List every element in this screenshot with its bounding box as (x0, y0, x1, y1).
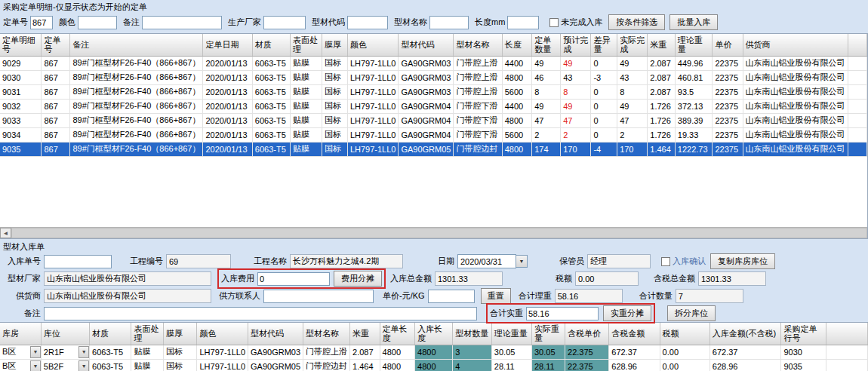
table-cell[interactable]: 49 (561, 99, 591, 113)
table-cell[interactable]: 0.00 (660, 345, 709, 359)
table-cell[interactable]: GA90GRM04 (399, 99, 454, 113)
column-header[interactable]: 供货商 (743, 34, 848, 56)
column-header[interactable]: 定单长度 (380, 323, 415, 345)
color-input[interactable] (78, 16, 117, 29)
column-header[interactable]: 膜厚 (322, 34, 347, 56)
column-header[interactable]: 定单号 (42, 34, 70, 56)
table-cell[interactable]: -4 (591, 142, 617, 156)
table-cell[interactable]: 2.087 (648, 70, 675, 84)
table-cell[interactable]: 867 (42, 127, 70, 142)
table-cell[interactable]: 47 (532, 113, 561, 127)
table-cell[interactable]: LH797-1LL0 (347, 99, 399, 113)
manufacturer-input[interactable] (263, 16, 306, 29)
table-cell[interactable]: 9030 (0, 70, 42, 84)
table-cell[interactable]: 4 (453, 359, 492, 371)
order-no-input[interactable] (30, 16, 53, 29)
table-cell[interactable]: 4800 (415, 345, 453, 359)
table-cell[interactable]: 6063-T5 (252, 70, 290, 84)
table-cell[interactable]: 43 (561, 70, 591, 84)
table-cell[interactable]: 门带腔下滑 (454, 99, 502, 113)
column-header[interactable]: 型材代码 (399, 34, 454, 56)
column-header[interactable]: 颜色 (197, 323, 248, 345)
table-cell[interactable]: 2.087 (648, 56, 675, 70)
column-header[interactable]: 颜色 (347, 34, 399, 56)
table-cell[interactable]: 贴膜 (291, 70, 322, 84)
table-cell[interactable]: 国标 (164, 345, 197, 359)
column-header[interactable]: 材质 (252, 34, 290, 56)
table-cell[interactable]: 6063-T5 (90, 359, 131, 371)
table-cell[interactable]: 2020/01/13 (203, 84, 252, 99)
table-cell[interactable]: 30.05 (491, 345, 531, 359)
table-cell[interactable]: 2020/01/13 (203, 99, 252, 113)
table-cell[interactable]: 460.81 (675, 70, 713, 84)
table-cell[interactable] (826, 359, 867, 371)
table-cell[interactable]: 22375 (713, 113, 743, 127)
table-cell[interactable]: 贴膜 (291, 56, 322, 70)
column-header[interactable]: 定单明细号 (0, 34, 42, 56)
table-cell[interactable]: 1.726 (648, 127, 675, 142)
table-cell[interactable]: 22375 (713, 142, 743, 156)
table-cell[interactable]: 6063-T5 (252, 142, 290, 156)
table-cell[interactable]: LH797-1LL0 (197, 345, 248, 359)
table-cell[interactable]: 49 (532, 99, 561, 113)
table-cell[interactable]: 2R1F▼ (41, 345, 89, 359)
table-cell[interactable]: B区▼ (0, 359, 41, 371)
column-header[interactable]: 长度 (502, 34, 532, 56)
table-cell[interactable]: 9035 (781, 359, 826, 371)
column-header[interactable]: 库位 (41, 323, 89, 345)
table-cell[interactable]: 0.00 (660, 359, 709, 371)
table-cell[interactable]: 山东南山铝业股份有限公司 (743, 99, 848, 113)
table-cell[interactable]: 1.464 (648, 142, 675, 156)
column-header[interactable]: 含税金额 (609, 323, 660, 345)
profile-code-input[interactable] (347, 16, 388, 29)
table-cell[interactable]: 9034 (0, 127, 42, 142)
table-cell[interactable]: GA90GRM04 (399, 113, 454, 127)
table-cell[interactable] (848, 99, 867, 113)
column-header[interactable]: 型材名称 (303, 323, 350, 345)
table-cell[interactable]: LH797-1LL0 (347, 142, 399, 156)
table-cell[interactable]: 4800 (502, 142, 532, 156)
table-cell[interactable]: 867 (42, 70, 70, 84)
note-input[interactable] (44, 307, 477, 320)
contact-input[interactable] (263, 290, 374, 303)
table-row[interactable]: 903486789#门框型材F26-F40（866+867）2020/01/13… (0, 127, 867, 142)
table-cell[interactable]: 6063-T5 (252, 99, 290, 113)
table-cell[interactable]: 国标 (164, 359, 197, 371)
table-cell[interactable]: 19.33 (675, 127, 713, 142)
table-cell[interactable]: LH797-1LL0 (347, 113, 399, 127)
table-cell[interactable]: 9030 (781, 345, 826, 359)
table-cell[interactable]: 2020/01/13 (203, 56, 252, 70)
table-cell[interactable]: 5600 (502, 84, 532, 99)
table-cell[interactable]: 30.05 (531, 345, 565, 359)
table-cell[interactable]: 28.11 (531, 359, 565, 371)
table-cell[interactable] (848, 70, 867, 84)
table-cell[interactable]: 国标 (322, 84, 347, 99)
table-cell[interactable]: 门带腔上滑 (303, 345, 350, 359)
table-cell[interactable]: 2020/01/13 (203, 113, 252, 127)
table-cell[interactable]: 4400 (502, 56, 532, 70)
table-cell[interactable] (848, 127, 867, 142)
table-cell[interactable]: 4800 (415, 359, 453, 371)
table-cell[interactable]: 2 (617, 127, 648, 142)
table-cell[interactable]: 4800 (502, 113, 532, 127)
column-header[interactable]: 表面处理 (291, 34, 322, 56)
split-location-button[interactable]: 拆分库位 (667, 305, 716, 321)
horizontal-scrollbar[interactable]: ◄ (0, 227, 867, 238)
table-cell[interactable]: 1222.73 (675, 142, 713, 156)
table-cell[interactable]: 门带腔下滑 (454, 127, 502, 142)
chevron-down-icon[interactable]: ▼ (78, 346, 89, 358)
table-row[interactable]: 903386789#门框型材F26-F40（866+867）2020/01/13… (0, 113, 867, 127)
table-cell[interactable]: 4800 (502, 70, 532, 84)
column-header[interactable]: 型材数量 (453, 323, 492, 345)
table-cell[interactable]: 门带腔边封 (454, 142, 502, 156)
column-header[interactable]: 型材代码 (248, 323, 303, 345)
table-cell[interactable]: 372.13 (675, 99, 713, 113)
table-cell[interactable] (826, 345, 867, 359)
table-cell[interactable]: 1.726 (648, 113, 675, 127)
column-header[interactable]: 预计完成 (561, 34, 591, 56)
table-cell[interactable]: 8 (617, 84, 648, 99)
column-header[interactable]: 型材名称 (454, 34, 502, 56)
table-row[interactable]: 903286789#门框型材F26-F40（866+867）2020/01/13… (0, 99, 867, 113)
table-row[interactable]: B区▼5B2F▼6063-T5贴膜国标LH797-1LL0GA90GRM05门带… (0, 359, 868, 371)
table-cell[interactable]: 867 (42, 84, 70, 99)
